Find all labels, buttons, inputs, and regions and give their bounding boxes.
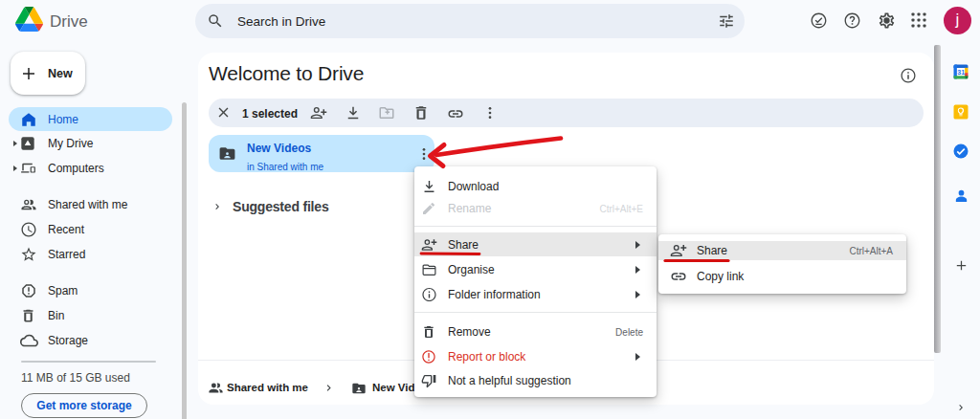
svg-text:31: 31 <box>957 69 965 77</box>
